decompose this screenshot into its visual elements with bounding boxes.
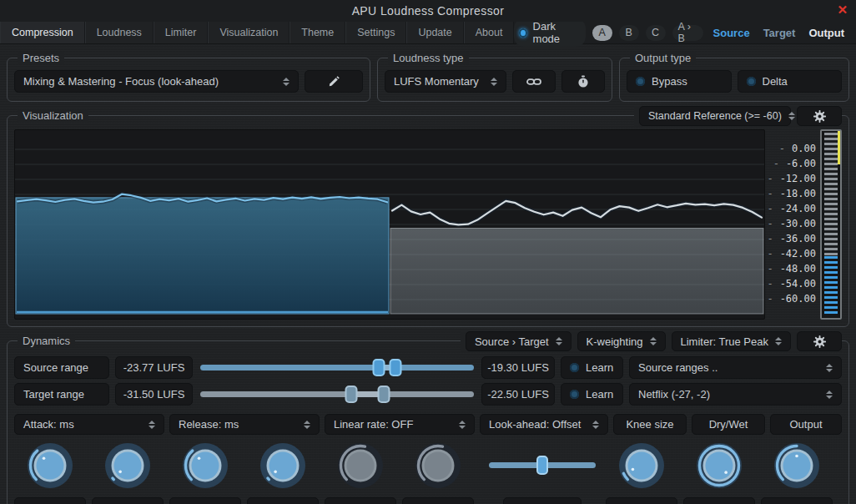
- slider-handle-max[interactable]: [389, 359, 401, 376]
- view-target-button[interactable]: Target: [760, 27, 799, 39]
- target-ranges-dropdown[interactable]: Netflix (-27, -2): [629, 383, 842, 406]
- dry-wet-knob[interactable]: [695, 441, 743, 490]
- bypass-toggle[interactable]: Bypass: [627, 70, 732, 93]
- copy-a-to-b-button[interactable]: A › B: [672, 25, 703, 41]
- reference-dropdown[interactable]: Standard Reference (>= -60): [639, 106, 791, 126]
- dynamics-settings-button[interactable]: [797, 331, 842, 351]
- spinner-icon: [276, 78, 290, 86]
- delta-toggle[interactable]: Delta: [738, 70, 843, 93]
- target-range-high-value[interactable]: -22.50 LUFS: [481, 383, 555, 406]
- db-scale: -0.00--6.00--12.00--18.00--24.00--30.00-…: [769, 129, 816, 320]
- scale-label: --42.00: [769, 248, 816, 260]
- release-knob[interactable]: [181, 441, 229, 490]
- slider-handle-max[interactable]: [378, 386, 390, 403]
- loudness-chart[interactable]: [14, 129, 765, 320]
- lookahead-mode-dropdown[interactable]: Look-ahead: Offset: [480, 414, 608, 435]
- delta-led-icon: [747, 77, 756, 86]
- titlebar: APU Loudness Compressor ✕: [0, 0, 856, 22]
- tab-loudness[interactable]: Loudness: [85, 22, 154, 43]
- meter-gray-segments: [824, 133, 838, 256]
- link-icon: [526, 77, 541, 87]
- spinner-icon: [142, 421, 155, 429]
- slot-a-button[interactable]: A: [592, 25, 612, 41]
- release-hold-knob[interactable]: [259, 441, 307, 490]
- weighting-dropdown[interactable]: K-weighting: [577, 331, 666, 351]
- attack-mode-dropdown[interactable]: Attack: ms: [14, 414, 164, 435]
- slider-handle[interactable]: [536, 456, 548, 475]
- output-gain-knob[interactable]: [773, 441, 821, 490]
- view-output-button[interactable]: Output: [805, 27, 848, 39]
- lookahead-value[interactable]: 50.00 ms: [503, 497, 582, 504]
- lookahead-slider[interactable]: [489, 454, 596, 476]
- attack-hold-knob[interactable]: [103, 441, 152, 490]
- preset-dropdown[interactable]: Mixing & Mastering - Focus (look-ahead): [14, 70, 299, 93]
- source-range-high-value[interactable]: -19.30 LUFS: [481, 356, 555, 379]
- attack-rate-value[interactable]: 20.00 dB/s: [325, 497, 396, 504]
- knee-size-label: Knee size: [613, 414, 687, 435]
- release-mode-dropdown[interactable]: Release: ms: [169, 414, 320, 435]
- linear-rate-dropdown[interactable]: Linear rate: OFF: [325, 414, 475, 435]
- menubar: Compression Loudness Limiter Visualizati…: [0, 22, 856, 44]
- source-range-low-value[interactable]: -23.77 LUFS: [115, 356, 193, 379]
- scale-label: -0.00: [769, 143, 816, 154]
- knee-size-value[interactable]: 1.00 LUFS: [606, 497, 677, 504]
- slot-b-button[interactable]: B: [619, 25, 639, 41]
- attack-rate-knob[interactable]: [336, 441, 385, 490]
- slider-track[interactable]: [200, 391, 474, 397]
- output-label: Output: [770, 414, 842, 435]
- gate-timer-button[interactable]: [561, 70, 605, 93]
- mode-dropdown[interactable]: Source › Target: [466, 331, 572, 351]
- bypass-led-icon: [636, 77, 645, 86]
- tab-theme[interactable]: Theme: [290, 22, 345, 43]
- slot-c-button[interactable]: C: [646, 25, 666, 41]
- spinner-icon: [484, 78, 497, 86]
- loudness-type-dropdown[interactable]: LUFS Momentary: [385, 70, 506, 93]
- source-learn-toggle[interactable]: Learn: [561, 356, 623, 379]
- spinner-icon: [586, 421, 599, 429]
- limiter-dropdown[interactable]: Limiter: True Peak: [672, 331, 792, 351]
- source-range-slider[interactable]: [199, 356, 476, 379]
- target-learn-toggle[interactable]: Learn: [561, 383, 623, 406]
- tab-compression[interactable]: Compression: [0, 22, 85, 43]
- knee-size-knob[interactable]: [617, 441, 666, 490]
- slider-handle-min[interactable]: [372, 359, 385, 376]
- tab-visualization[interactable]: Visualization: [208, 22, 290, 43]
- target-range-low-value[interactable]: -31.50 LUFS: [115, 383, 193, 406]
- close-icon[interactable]: ✕: [837, 3, 848, 16]
- release-value[interactable]: 50.00 ms: [169, 497, 241, 504]
- scale-label: --60.00: [769, 293, 816, 305]
- delta-label: Delta: [763, 75, 788, 88]
- tab-about[interactable]: About: [464, 22, 515, 43]
- preset-value: Mixing & Mastering - Focus (look-ahead): [23, 75, 219, 88]
- spinner-icon: [452, 421, 466, 429]
- target-range-slider[interactable]: [199, 383, 476, 406]
- weighting-value: K-weighting: [587, 335, 643, 348]
- spinner-icon: [782, 112, 795, 120]
- scale-label: --36.00: [769, 233, 816, 244]
- limiter-value: Limiter: True Peak: [681, 335, 769, 348]
- release-rate-knob[interactable]: [414, 441, 462, 490]
- visualization-label: Visualization: [18, 109, 88, 122]
- loudness-type-value: LUFS Momentary: [394, 75, 479, 88]
- tab-update[interactable]: Update: [406, 22, 463, 43]
- mode-value: Source › Target: [475, 335, 549, 348]
- dark-mode-toggle[interactable]: Dark mode: [514, 18, 585, 47]
- release-rate-value[interactable]: 20.00 dB/s: [402, 497, 474, 504]
- visualization-settings-button[interactable]: [797, 106, 842, 126]
- target-range-label: Target range: [14, 383, 109, 406]
- source-ranges-dropdown[interactable]: Source ranges ..: [629, 356, 842, 379]
- tab-settings[interactable]: Settings: [345, 22, 406, 43]
- attack-knob[interactable]: [26, 441, 74, 490]
- dry-wet-value[interactable]: 100.00%: [683, 497, 755, 504]
- tab-limiter[interactable]: Limiter: [154, 22, 209, 43]
- slider-track[interactable]: [200, 365, 474, 370]
- attack-hold-value[interactable]: 0.00 ms: [92, 497, 164, 504]
- visualization-group: Visualization Standard Reference (>= -60…: [7, 115, 849, 327]
- slider-handle-min[interactable]: [345, 386, 357, 403]
- edit-preset-button[interactable]: [305, 70, 363, 93]
- output-gain-value[interactable]: 0.00 dB: [761, 497, 833, 504]
- link-channels-button[interactable]: [512, 70, 556, 93]
- release-hold-value[interactable]: 0.00 ms: [247, 497, 319, 504]
- attack-value[interactable]: 50.00 ms: [14, 497, 86, 504]
- view-source-button[interactable]: Source: [710, 27, 753, 39]
